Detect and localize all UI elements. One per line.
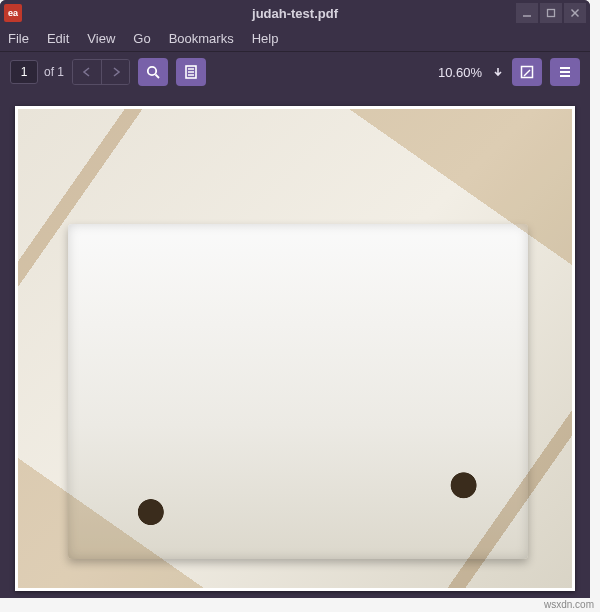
menu-go[interactable]: Go xyxy=(133,31,150,46)
zoom-level-label: 10.60% xyxy=(438,65,482,80)
menu-file[interactable]: File xyxy=(8,31,29,46)
menu-view[interactable]: View xyxy=(87,31,115,46)
watermark: wsxdn.com xyxy=(544,599,594,610)
menu-edit[interactable]: Edit xyxy=(47,31,69,46)
menubar: File Edit View Go Bookmarks Help xyxy=(0,26,590,52)
page-number-input[interactable] xyxy=(10,60,38,84)
titlebar: ea judah-test.pdf xyxy=(0,0,590,26)
arrow-left-icon xyxy=(81,66,93,78)
toolbar: of 1 10.60% xyxy=(0,52,590,92)
svg-point-4 xyxy=(148,67,156,75)
fit-page-button[interactable] xyxy=(138,58,168,86)
page-icon xyxy=(183,64,199,80)
minimize-icon xyxy=(522,8,532,18)
svg-rect-1 xyxy=(548,10,555,17)
window-controls xyxy=(514,3,586,23)
pdf-page xyxy=(15,106,575,591)
svg-line-5 xyxy=(156,75,160,79)
document-viewport[interactable] xyxy=(0,92,590,598)
menu-help[interactable]: Help xyxy=(252,31,279,46)
zoom-dropdown-button[interactable] xyxy=(492,66,504,78)
zoom-group: 10.60% xyxy=(438,65,504,80)
hamburger-icon xyxy=(557,64,573,80)
note-icon xyxy=(519,64,535,80)
app-icon: ea xyxy=(4,4,22,22)
previous-page-button[interactable] xyxy=(73,60,101,84)
maximize-button[interactable] xyxy=(540,3,562,23)
next-page-button[interactable] xyxy=(101,60,129,84)
maximize-icon xyxy=(546,8,556,18)
minimize-button[interactable] xyxy=(516,3,538,23)
arrow-right-icon xyxy=(110,66,122,78)
menu-bookmarks[interactable]: Bookmarks xyxy=(169,31,234,46)
window-title: judah-test.pdf xyxy=(0,6,590,21)
window: ea judah-test.pdf File Edit View Go Book… xyxy=(0,0,590,598)
annotate-button[interactable] xyxy=(512,58,542,86)
close-icon xyxy=(570,8,580,18)
page-total-label: of 1 xyxy=(44,65,64,79)
page-image xyxy=(18,109,572,588)
search-icon xyxy=(145,64,161,80)
close-button[interactable] xyxy=(564,3,586,23)
chevron-down-icon xyxy=(492,66,504,78)
page-selector: of 1 xyxy=(10,60,64,84)
page-nav xyxy=(72,59,130,85)
dual-page-button[interactable] xyxy=(176,58,206,86)
menu-button[interactable] xyxy=(550,58,580,86)
